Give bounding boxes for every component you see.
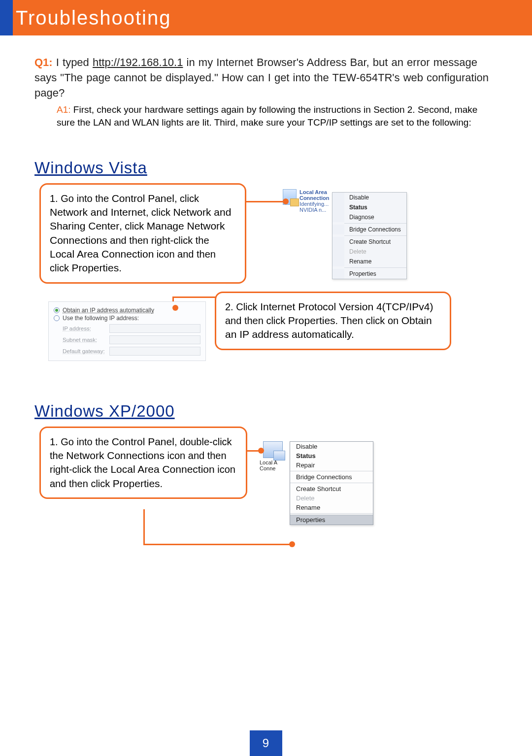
radio-on-label: Obtain an IP address automatically [63, 307, 154, 314]
b: Properties [288, 315, 335, 326]
section-heading-xp: Windows XP/2000 [34, 402, 498, 421]
ip-field-row: Default gateway: [63, 347, 200, 356]
ip-field-row: IP address: [63, 324, 200, 333]
icon-caption: Local A Conne [260, 460, 288, 471]
b: Properties [113, 478, 160, 489]
t: 1. Go into the [50, 436, 112, 447]
radio-off-label: Use the following IP address: [63, 315, 139, 322]
c3: NVIDIA n... [299, 207, 326, 213]
radio-obtain-auto: Obtain an IP address automatically [54, 307, 200, 314]
connector-dot [258, 448, 264, 454]
menu-item-delete[interactable]: Delete [290, 493, 373, 503]
menu-item-rename[interactable]: Rename [290, 503, 373, 512]
xp-step1-box: 1. Go into the Control Panel, double-cli… [39, 427, 247, 499]
answer-a1: A1: First, check your hardware settings … [57, 103, 498, 129]
b: Properties [71, 262, 119, 273]
menu-item-create-shortcut[interactable]: Create Shortcut [332, 237, 406, 247]
ip-field-label: Default gateway: [63, 348, 109, 354]
menu-item-delete[interactable]: Delete [332, 247, 406, 257]
vista-step2-row: Obtain an IP address automatically Use t… [34, 301, 498, 390]
t: . [160, 478, 163, 489]
vista-step1-box: 1. Go into the Control Panel, click Netw… [39, 183, 246, 284]
ip-field-input [109, 335, 200, 344]
network-icon [263, 441, 283, 458]
menu-item-status[interactable]: Status [290, 451, 373, 460]
a1-label: A1: [57, 104, 71, 115]
b: Internet Protocol Version 4(TCP/IPv4) [260, 301, 433, 312]
radio-on-icon [54, 307, 60, 313]
radio-off-icon [54, 315, 60, 321]
menu-item-repair[interactable]: Repair [290, 460, 373, 470]
header-blue-stripe [0, 0, 13, 35]
b: Control Panel [112, 193, 174, 204]
page-number: 9 [250, 730, 282, 756]
q1-url: http://192.168.10.1 [93, 56, 183, 68]
menu-item-rename[interactable]: Rename [332, 257, 406, 266]
ip-settings-panel: Obtain an IP address automatically Use t… [48, 301, 206, 361]
menu-item-diagnose[interactable]: Diagnose [332, 212, 406, 222]
t: , click [119, 221, 147, 231]
menu-item-properties[interactable]: Properties [332, 269, 406, 279]
a1-text: First, check your hardware settings agai… [57, 104, 477, 128]
c2: Identifying... [299, 201, 329, 207]
ip-field-input [109, 324, 200, 333]
c1: Local Area Connection [299, 189, 330, 201]
page-title: Troubleshooting [16, 7, 171, 29]
content: Q1: I typed http://192.168.10.1 in my In… [0, 35, 532, 569]
ip-field-row: Subnet mask: [63, 335, 200, 344]
t: . Then click on [335, 315, 401, 326]
vista-context-menu: DisableStatusDiagnoseBridge ConnectionsC… [332, 192, 407, 279]
menu-item-properties[interactable]: Properties [290, 515, 373, 525]
q1-label: Q1: [34, 56, 53, 68]
connector-line [143, 544, 292, 545]
ip-field-label: Subnet mask: [63, 337, 109, 343]
connector-dot [172, 305, 178, 311]
menu-item-status[interactable]: Status [332, 202, 406, 212]
connector-line [172, 296, 222, 298]
t: 2. Click [225, 301, 260, 312]
ip-field-input [109, 347, 200, 356]
connector-dot [289, 541, 295, 547]
t: , click [146, 207, 173, 218]
t: . [119, 263, 122, 273]
menu-item-disable[interactable]: Disable [290, 442, 373, 451]
b: Local Area Connection [110, 463, 214, 475]
radio-use-following: Use the following IP address: [54, 315, 200, 322]
b: Local Area Connection [50, 248, 154, 260]
c2: Conne [260, 465, 275, 471]
connector-dot [283, 198, 289, 204]
xp-step1-row: 1. Go into the Control Panel, double-cli… [34, 427, 498, 564]
ip-field-label: IP address: [63, 326, 109, 331]
xp-context-menu: DisableStatusRepairBridge ConnectionsCre… [290, 441, 373, 525]
local-area-icon-xp: Local A Conne [258, 441, 288, 471]
t: , click [174, 193, 199, 204]
menu-item-create-shortcut[interactable]: Create Shortcut [290, 484, 373, 493]
b: Network and Internet [50, 206, 146, 218]
q1-pre: I typed [53, 56, 93, 68]
b: Network Connections [66, 450, 165, 461]
connector-line [246, 201, 286, 202]
section-heading-vista: Windows Vista [34, 159, 498, 177]
header-bar: Troubleshooting [0, 0, 532, 35]
t: and then click [225, 315, 288, 326]
menu-item-bridge-connections[interactable]: Bridge Connections [290, 472, 373, 482]
vista-step1-row: 1. Go into the Control Panel, click Netw… [34, 183, 498, 301]
b: Control Panel [112, 436, 174, 447]
connector-line [143, 509, 145, 545]
menu-item-disable[interactable]: Disable [332, 193, 406, 202]
t: and then right-click the [107, 235, 209, 246]
question-q1: Q1: I typed http://192.168.10.1 in my In… [34, 55, 498, 100]
vista-step2-box: 2. Click Internet Protocol Version 4(TCP… [215, 292, 451, 350]
t: 1. Go into the [50, 193, 112, 204]
menu-item-bridge-connections[interactable]: Bridge Connections [332, 225, 406, 234]
